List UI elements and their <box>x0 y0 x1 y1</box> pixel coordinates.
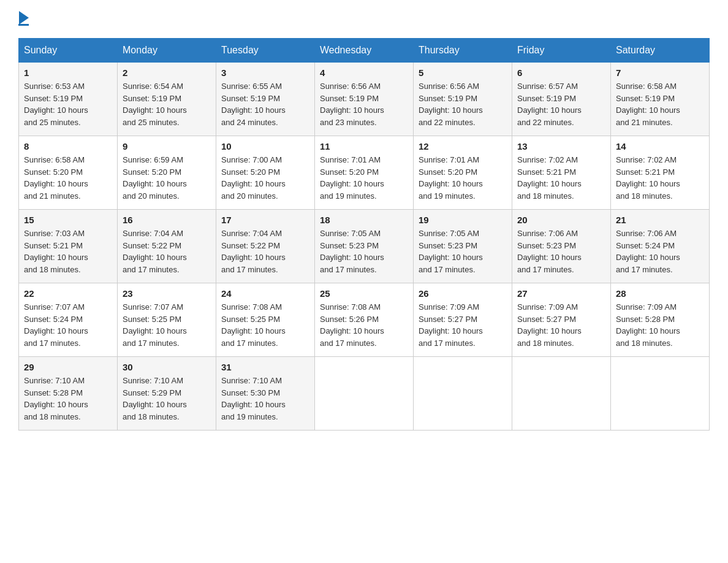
day-number: 6 <box>517 67 605 78</box>
day-number: 22 <box>24 288 112 299</box>
calendar-cell: 31Sunrise: 7:10 AMSunset: 5:30 PMDayligh… <box>216 357 315 431</box>
calendar-week-row: 22Sunrise: 7:07 AMSunset: 5:24 PMDayligh… <box>19 283 710 357</box>
day-number: 28 <box>616 288 704 299</box>
day-info: Sunrise: 7:01 AMSunset: 5:20 PMDaylight:… <box>419 154 507 202</box>
day-info: Sunrise: 6:54 AMSunset: 5:19 PMDaylight:… <box>123 80 211 128</box>
calendar-cell <box>512 357 611 431</box>
day-number: 21 <box>616 215 704 225</box>
day-info: Sunrise: 7:04 AMSunset: 5:22 PMDaylight:… <box>221 228 309 275</box>
calendar-cell: 22Sunrise: 7:07 AMSunset: 5:24 PMDayligh… <box>19 283 118 357</box>
day-info: Sunrise: 6:58 AMSunset: 5:20 PMDaylight:… <box>24 154 112 202</box>
day-number: 27 <box>517 288 605 299</box>
calendar-cell: 29Sunrise: 7:10 AMSunset: 5:28 PMDayligh… <box>19 357 118 431</box>
day-info: Sunrise: 6:58 AMSunset: 5:19 PMDaylight:… <box>616 80 704 128</box>
day-number: 16 <box>123 215 211 225</box>
calendar-week-row: 29Sunrise: 7:10 AMSunset: 5:28 PMDayligh… <box>19 357 710 431</box>
calendar-table: SundayMondayTuesdayWednesdayThursdayFrid… <box>18 38 710 431</box>
day-info: Sunrise: 6:59 AMSunset: 5:20 PMDaylight:… <box>123 154 211 202</box>
day-number: 3 <box>221 67 309 78</box>
calendar-cell: 2Sunrise: 6:54 AMSunset: 5:19 PMDaylight… <box>118 63 216 136</box>
day-info: Sunrise: 7:09 AMSunset: 5:27 PMDaylight:… <box>517 301 605 349</box>
calendar-cell: 10Sunrise: 7:00 AMSunset: 5:20 PMDayligh… <box>216 136 315 210</box>
day-info: Sunrise: 7:02 AMSunset: 5:21 PMDaylight:… <box>517 154 605 202</box>
calendar-cell: 17Sunrise: 7:04 AMSunset: 5:22 PMDayligh… <box>216 210 315 283</box>
calendar-cell <box>611 357 710 431</box>
calendar-cell: 11Sunrise: 7:01 AMSunset: 5:20 PMDayligh… <box>315 136 414 210</box>
calendar-cell: 1Sunrise: 6:53 AMSunset: 5:19 PMDaylight… <box>19 63 118 136</box>
page-header <box>18 12 710 26</box>
day-number: 30 <box>123 362 211 372</box>
calendar-cell: 12Sunrise: 7:01 AMSunset: 5:20 PMDayligh… <box>414 136 512 210</box>
day-number: 19 <box>419 215 507 225</box>
calendar-cell <box>414 357 512 431</box>
column-header-tuesday: Tuesday <box>216 39 315 63</box>
day-info: Sunrise: 7:00 AMSunset: 5:20 PMDaylight:… <box>221 154 309 202</box>
calendar-cell: 23Sunrise: 7:07 AMSunset: 5:25 PMDayligh… <box>118 283 216 357</box>
day-info: Sunrise: 7:07 AMSunset: 5:24 PMDaylight:… <box>24 301 112 349</box>
day-info: Sunrise: 7:04 AMSunset: 5:22 PMDaylight:… <box>123 228 211 275</box>
column-header-saturday: Saturday <box>611 39 710 63</box>
day-info: Sunrise: 7:10 AMSunset: 5:28 PMDaylight:… <box>24 375 112 423</box>
calendar-cell: 14Sunrise: 7:02 AMSunset: 5:21 PMDayligh… <box>611 136 710 210</box>
day-info: Sunrise: 7:09 AMSunset: 5:28 PMDaylight:… <box>616 301 704 349</box>
calendar-cell: 8Sunrise: 6:58 AMSunset: 5:20 PMDaylight… <box>19 136 118 210</box>
calendar-cell: 19Sunrise: 7:05 AMSunset: 5:23 PMDayligh… <box>414 210 512 283</box>
calendar-week-row: 8Sunrise: 6:58 AMSunset: 5:20 PMDaylight… <box>19 136 710 210</box>
calendar-cell: 13Sunrise: 7:02 AMSunset: 5:21 PMDayligh… <box>512 136 611 210</box>
column-header-thursday: Thursday <box>414 39 512 63</box>
day-number: 23 <box>123 288 211 299</box>
day-info: Sunrise: 6:57 AMSunset: 5:19 PMDaylight:… <box>517 80 605 128</box>
day-number: 24 <box>221 288 309 299</box>
day-number: 11 <box>320 141 408 151</box>
day-number: 9 <box>123 141 211 151</box>
column-header-friday: Friday <box>512 39 611 63</box>
day-number: 5 <box>419 67 507 78</box>
logo-triangle-icon <box>19 11 29 25</box>
calendar-header-row: SundayMondayTuesdayWednesdayThursdayFrid… <box>19 39 710 63</box>
calendar-cell: 20Sunrise: 7:06 AMSunset: 5:23 PMDayligh… <box>512 210 611 283</box>
day-info: Sunrise: 7:08 AMSunset: 5:26 PMDaylight:… <box>320 301 408 349</box>
calendar-cell: 27Sunrise: 7:09 AMSunset: 5:27 PMDayligh… <box>512 283 611 357</box>
day-info: Sunrise: 7:06 AMSunset: 5:23 PMDaylight:… <box>517 228 605 275</box>
day-number: 17 <box>221 215 309 225</box>
day-number: 26 <box>419 288 507 299</box>
calendar-week-row: 1Sunrise: 6:53 AMSunset: 5:19 PMDaylight… <box>19 63 710 136</box>
day-info: Sunrise: 7:02 AMSunset: 5:21 PMDaylight:… <box>616 154 704 202</box>
calendar-cell: 9Sunrise: 6:59 AMSunset: 5:20 PMDaylight… <box>118 136 216 210</box>
day-number: 13 <box>517 141 605 151</box>
day-number: 15 <box>24 215 112 225</box>
calendar-cell: 6Sunrise: 6:57 AMSunset: 5:19 PMDaylight… <box>512 63 611 136</box>
day-info: Sunrise: 6:53 AMSunset: 5:19 PMDaylight:… <box>24 80 112 128</box>
day-info: Sunrise: 6:55 AMSunset: 5:19 PMDaylight:… <box>221 80 309 128</box>
calendar-cell: 26Sunrise: 7:09 AMSunset: 5:27 PMDayligh… <box>414 283 512 357</box>
calendar-cell: 4Sunrise: 6:56 AMSunset: 5:19 PMDaylight… <box>315 63 414 136</box>
day-number: 18 <box>320 215 408 225</box>
day-number: 10 <box>221 141 309 151</box>
calendar-week-row: 15Sunrise: 7:03 AMSunset: 5:21 PMDayligh… <box>19 210 710 283</box>
day-info: Sunrise: 7:05 AMSunset: 5:23 PMDaylight:… <box>419 228 507 275</box>
calendar-cell: 28Sunrise: 7:09 AMSunset: 5:28 PMDayligh… <box>611 283 710 357</box>
calendar-cell: 5Sunrise: 6:56 AMSunset: 5:19 PMDaylight… <box>414 63 512 136</box>
day-info: Sunrise: 7:07 AMSunset: 5:25 PMDaylight:… <box>123 301 211 349</box>
day-number: 31 <box>221 362 309 372</box>
day-number: 14 <box>616 141 704 151</box>
day-number: 8 <box>24 141 112 151</box>
day-info: Sunrise: 7:06 AMSunset: 5:24 PMDaylight:… <box>616 228 704 275</box>
calendar-cell: 24Sunrise: 7:08 AMSunset: 5:25 PMDayligh… <box>216 283 315 357</box>
day-info: Sunrise: 7:08 AMSunset: 5:25 PMDaylight:… <box>221 301 309 349</box>
calendar-cell: 7Sunrise: 6:58 AMSunset: 5:19 PMDaylight… <box>611 63 710 136</box>
calendar-cell <box>315 357 414 431</box>
calendar-cell: 30Sunrise: 7:10 AMSunset: 5:29 PMDayligh… <box>118 357 216 431</box>
calendar-cell: 16Sunrise: 7:04 AMSunset: 5:22 PMDayligh… <box>118 210 216 283</box>
day-number: 29 <box>24 362 112 372</box>
day-number: 7 <box>616 67 704 78</box>
day-info: Sunrise: 7:09 AMSunset: 5:27 PMDaylight:… <box>419 301 507 349</box>
day-info: Sunrise: 7:10 AMSunset: 5:30 PMDaylight:… <box>221 375 309 423</box>
calendar-cell: 18Sunrise: 7:05 AMSunset: 5:23 PMDayligh… <box>315 210 414 283</box>
day-number: 1 <box>24 67 112 78</box>
day-info: Sunrise: 6:56 AMSunset: 5:19 PMDaylight:… <box>419 80 507 128</box>
calendar-cell: 25Sunrise: 7:08 AMSunset: 5:26 PMDayligh… <box>315 283 414 357</box>
day-info: Sunrise: 7:10 AMSunset: 5:29 PMDaylight:… <box>123 375 211 423</box>
column-header-monday: Monday <box>118 39 216 63</box>
calendar-cell: 15Sunrise: 7:03 AMSunset: 5:21 PMDayligh… <box>19 210 118 283</box>
